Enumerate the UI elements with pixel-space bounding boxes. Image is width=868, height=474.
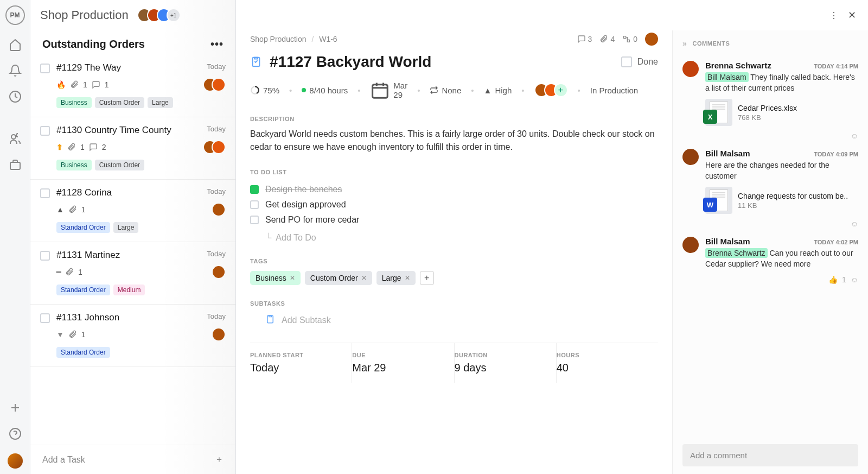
tag[interactable]: Large xyxy=(113,222,139,233)
avatar[interactable] xyxy=(212,265,226,279)
comment-author: Brenna Schwartz xyxy=(705,61,771,70)
tag[interactable]: Large xyxy=(148,97,173,108)
tag[interactable]: Custom Order xyxy=(95,97,144,108)
progress[interactable]: 75% xyxy=(250,85,279,95)
tag[interactable]: Business xyxy=(56,97,92,108)
app-logo[interactable]: PM xyxy=(5,5,25,25)
avatar[interactable] xyxy=(682,149,699,165)
collapse-icon[interactable]: » xyxy=(682,39,687,48)
todo-item[interactable]: Send PO for more cedar xyxy=(250,212,658,227)
tag[interactable]: Standard Order xyxy=(56,222,110,233)
attachment[interactable]: X Cedar Prices.xlsx768 KB xyxy=(705,99,858,126)
checkbox-icon[interactable] xyxy=(40,188,50,198)
task-title[interactable]: #1127 Backyard World xyxy=(270,53,614,71)
thumbs-up-icon[interactable]: 👍 xyxy=(828,275,838,284)
tag[interactable]: Business✕ xyxy=(250,271,301,285)
board-avatars[interactable]: +1 xyxy=(137,8,181,22)
comment-count[interactable]: 3 xyxy=(577,35,592,43)
board-header: Shop Production +1 xyxy=(30,0,235,30)
avatar[interactable] xyxy=(645,33,658,46)
checkbox-icon[interactable] xyxy=(40,313,50,323)
hours-value[interactable]: 40 xyxy=(557,362,658,374)
comment-input[interactable] xyxy=(682,444,858,466)
attach-count[interactable]: 4 xyxy=(599,35,615,43)
checkbox-icon[interactable] xyxy=(40,64,50,73)
avatar[interactable] xyxy=(212,203,226,217)
assignees[interactable]: + xyxy=(534,83,568,97)
smile-icon[interactable]: ☺ xyxy=(851,131,858,140)
hours[interactable]: 8/40 hours xyxy=(302,86,348,95)
comment-time: TODAY 4:09 PM xyxy=(814,151,858,157)
smile-icon[interactable]: ☺ xyxy=(851,219,858,228)
bell-icon[interactable] xyxy=(9,64,22,77)
close-icon[interactable]: ✕ xyxy=(848,9,856,21)
status[interactable]: In Production xyxy=(590,86,638,95)
add-tag-button[interactable]: + xyxy=(420,271,434,285)
people-icon[interactable] xyxy=(9,132,22,146)
add-todo-button[interactable]: └Add To Do xyxy=(250,227,658,243)
checkbox-icon[interactable] xyxy=(40,126,50,136)
add-task-button[interactable]: Add a Task ＋ xyxy=(30,445,235,474)
todo-item[interactable]: Design the benches xyxy=(250,182,658,197)
done-toggle[interactable]: Done xyxy=(621,56,658,67)
remove-tag-icon[interactable]: ✕ xyxy=(405,274,410,282)
tag[interactable]: Standard Order xyxy=(56,285,110,295)
due-date[interactable]: Mar 29 xyxy=(370,80,407,100)
comments-label: COMMENTS xyxy=(692,40,730,47)
tag[interactable]: Business xyxy=(56,160,92,170)
tag[interactable]: Medium xyxy=(113,285,145,295)
plus-icon[interactable] xyxy=(9,401,22,414)
mention[interactable]: Brenna Schwartz xyxy=(705,248,768,258)
tag[interactable]: Large✕ xyxy=(376,271,416,285)
comments-list: Brenna SchwartzTODAY 4:14 PM Bill Malsam… xyxy=(673,52,868,437)
user-avatar[interactable] xyxy=(8,453,23,469)
avatar[interactable] xyxy=(212,140,226,154)
planned-start[interactable]: Today xyxy=(250,362,352,374)
subtask-count[interactable]: 0 xyxy=(622,35,637,43)
attachment[interactable]: W Change requests for custom be..11 KB xyxy=(705,187,858,214)
list-menu-icon[interactable]: ••• xyxy=(210,38,224,50)
help-icon[interactable] xyxy=(9,427,22,440)
tag[interactable]: Custom Order xyxy=(95,160,144,170)
checkbox-icon[interactable] xyxy=(250,200,259,209)
task-card[interactable]: #1131 MartinezToday ━ 1 Standard OrderMe… xyxy=(30,242,235,305)
card-date: Today xyxy=(207,125,226,133)
checkbox-icon[interactable] xyxy=(250,185,259,194)
checkbox-icon[interactable] xyxy=(250,216,259,224)
checkbox-icon[interactable] xyxy=(40,251,50,261)
description-label: DESCRIPTION xyxy=(250,116,658,122)
card-date: Today xyxy=(207,312,226,320)
avatar[interactable] xyxy=(212,327,226,342)
more-vert-icon[interactable]: ⋮ xyxy=(829,10,838,21)
board-column: Shop Production +1 Outstanding Orders ••… xyxy=(30,0,235,474)
add-subtask-button[interactable]: Add Subtask xyxy=(250,314,658,326)
mention[interactable]: Bill Malsam xyxy=(705,72,749,82)
task-card[interactable]: #1131 JohnsonToday ▼ 1 Standard Order xyxy=(30,305,235,367)
add-comment xyxy=(673,437,868,474)
remove-tag-icon[interactable]: ✕ xyxy=(290,274,295,282)
tag[interactable]: Custom Order✕ xyxy=(305,271,372,285)
avatar[interactable] xyxy=(212,78,226,92)
due-value[interactable]: Mar 29 xyxy=(352,362,454,374)
task-card[interactable]: #1130 Country Time CountyToday ⬆ 1 2 Bus… xyxy=(30,117,235,180)
duration-value[interactable]: 9 days xyxy=(455,362,556,374)
task-card[interactable]: #1128 CorinaToday ▲ 1 Standard OrderLarg… xyxy=(30,180,235,242)
breadcrumb-id[interactable]: W1-6 xyxy=(319,35,337,43)
repeat[interactable]: None xyxy=(430,86,461,95)
home-icon[interactable] xyxy=(9,38,22,51)
task-card[interactable]: #1129 The WayToday 🔥 1 1 BusinessCustom … xyxy=(30,55,235,117)
breadcrumb-board[interactable]: Shop Production xyxy=(250,35,307,43)
avatar[interactable] xyxy=(682,61,699,77)
smile-icon[interactable]: ☺ xyxy=(851,275,858,284)
todo-item[interactable]: Get design approved xyxy=(250,197,658,212)
checkbox-icon[interactable] xyxy=(621,56,632,67)
clock-icon[interactable] xyxy=(9,90,22,103)
priority[interactable]: ▲High xyxy=(484,86,512,95)
description[interactable]: Backyard World needs custom benches. Thi… xyxy=(250,128,658,154)
avatar[interactable] xyxy=(682,237,699,253)
remove-tag-icon[interactable]: ✕ xyxy=(361,274,367,282)
detail-toolbar: ⋮ ✕ xyxy=(236,0,868,30)
tag[interactable]: Standard Order xyxy=(56,347,110,358)
briefcase-icon[interactable] xyxy=(9,159,22,172)
card-title: #1128 Corina xyxy=(56,187,112,198)
